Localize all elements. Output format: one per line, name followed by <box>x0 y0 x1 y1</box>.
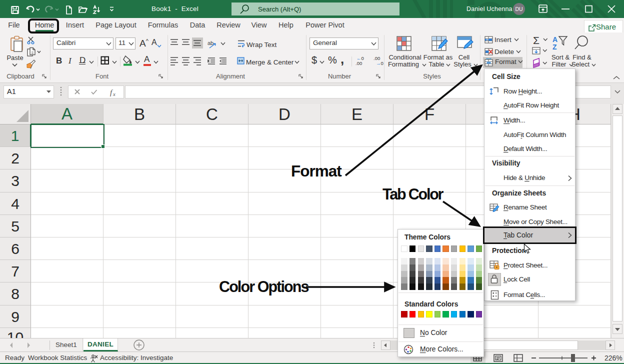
svg-text:Z: Z <box>552 43 557 51</box>
svg-text:A: A <box>552 36 558 44</box>
svg-text:→0: →0 <box>376 60 384 66</box>
svg-text:x: x <box>112 91 116 97</box>
svg-text:ab: ab <box>208 40 214 46</box>
svg-text:.00: .00 <box>356 60 362 66</box>
